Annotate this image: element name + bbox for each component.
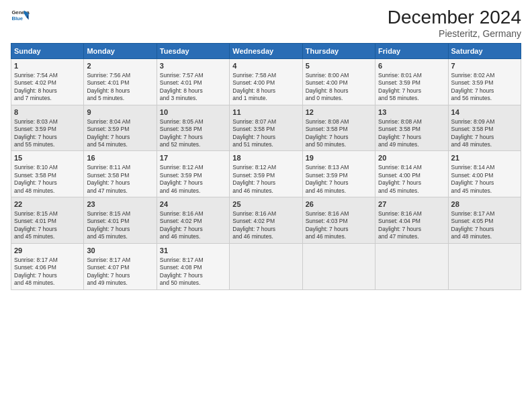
cell-text: Sunrise: 8:03 AM xyxy=(14,118,58,125)
cell-text: Sunset: 4:07 PM xyxy=(87,264,129,271)
calendar-cell xyxy=(230,243,302,289)
cell-text: Daylight: 7 hours xyxy=(160,179,203,186)
calendar-cell: 28Sunrise: 8:17 AMSunset: 4:05 PMDayligh… xyxy=(448,197,521,244)
cell-text: and 51 minutes. xyxy=(232,141,273,148)
cell-text: Sunset: 4:01 PM xyxy=(87,218,129,224)
day-number: 28 xyxy=(451,199,518,210)
cell-text: and 5 minutes. xyxy=(87,95,124,101)
day-number: 6 xyxy=(378,61,445,71)
cell-text: Sunset: 4:01 PM xyxy=(87,79,129,86)
cell-text: Sunrise: 8:14 AM xyxy=(378,164,422,171)
calendar-cell: 3Sunrise: 7:57 AMSunset: 4:01 PMDaylight… xyxy=(157,59,229,105)
cell-text: and 48 minutes. xyxy=(451,141,492,148)
day-number: 31 xyxy=(160,246,226,256)
week-row-5: 29Sunrise: 8:17 AMSunset: 4:06 PMDayligh… xyxy=(11,243,521,289)
calendar-cell: 31Sunrise: 8:17 AMSunset: 4:08 PMDayligh… xyxy=(157,243,229,289)
calendar-cell: 24Sunrise: 8:16 AMSunset: 4:02 PMDayligh… xyxy=(157,197,229,244)
day-number: 13 xyxy=(378,107,445,118)
cell-text: Sunset: 4:02 PM xyxy=(14,79,56,86)
cell-text: Sunrise: 7:57 AM xyxy=(160,72,204,79)
day-number: 9 xyxy=(87,107,153,118)
day-number: 11 xyxy=(232,107,299,118)
day-number: 3 xyxy=(160,61,226,71)
calendar-cell xyxy=(448,243,521,289)
week-row-3: 15Sunrise: 8:10 AMSunset: 3:58 PMDayligh… xyxy=(11,151,521,197)
calendar-cell: 17Sunrise: 8:12 AMSunset: 3:59 PMDayligh… xyxy=(157,151,229,197)
day-number: 7 xyxy=(451,61,518,71)
cell-text: Sunset: 3:58 PM xyxy=(232,126,275,132)
cell-text: Sunrise: 8:01 AM xyxy=(378,72,422,79)
cell-text: Sunset: 3:58 PM xyxy=(160,126,202,132)
cell-text: Sunset: 3:58 PM xyxy=(87,172,129,179)
day-number: 22 xyxy=(14,199,81,210)
day-number: 1 xyxy=(14,61,81,71)
cell-text: Daylight: 7 hours xyxy=(87,226,130,232)
cell-text: Sunset: 4:00 PM xyxy=(306,79,348,86)
day-number: 23 xyxy=(87,199,153,210)
cell-text: Daylight: 7 hours xyxy=(378,179,421,186)
day-number: 2 xyxy=(87,61,153,71)
cell-text: and 45 minutes. xyxy=(451,187,492,194)
calendar-cell: 11Sunrise: 8:07 AMSunset: 3:58 PMDayligh… xyxy=(230,105,302,151)
cell-text: and 46 minutes. xyxy=(306,233,346,240)
calendar-cell: 23Sunrise: 8:15 AMSunset: 4:01 PMDayligh… xyxy=(84,197,157,244)
calendar-cell: 6Sunrise: 8:01 AMSunset: 3:59 PMDaylight… xyxy=(375,59,448,105)
cell-text: and 52 minutes. xyxy=(160,141,200,148)
cell-text: Daylight: 7 hours xyxy=(232,134,275,140)
calendar-cell: 20Sunrise: 8:14 AMSunset: 4:00 PMDayligh… xyxy=(375,151,448,197)
cell-text: Sunrise: 8:16 AM xyxy=(232,210,276,217)
subtitle: Piesteritz, Germany xyxy=(388,28,521,39)
cell-text: and 1 minute. xyxy=(232,95,267,101)
calendar-cell: 2Sunrise: 7:56 AMSunset: 4:01 PMDaylight… xyxy=(84,59,157,105)
calendar-cell: 13Sunrise: 8:08 AMSunset: 3:58 PMDayligh… xyxy=(375,105,448,151)
cell-text: Sunset: 4:06 PM xyxy=(14,264,56,271)
cell-text: and 7 minutes. xyxy=(14,95,52,101)
cell-text: Daylight: 7 hours xyxy=(232,226,275,232)
cell-text: and 46 minutes. xyxy=(232,233,273,240)
col-thursday: Thursday xyxy=(302,44,375,59)
cell-text: and 47 minutes. xyxy=(87,187,127,194)
day-number: 16 xyxy=(87,153,153,163)
cell-text: Daylight: 7 hours xyxy=(87,179,130,186)
cell-text: and 46 minutes. xyxy=(232,187,273,194)
cell-text: Daylight: 7 hours xyxy=(160,226,203,232)
calendar-body: 1Sunrise: 7:54 AMSunset: 4:02 PMDaylight… xyxy=(11,59,521,290)
cell-text: Sunrise: 8:00 AM xyxy=(306,72,349,79)
cell-text: Sunrise: 8:17 AM xyxy=(451,210,495,217)
cell-text: Daylight: 7 hours xyxy=(160,134,203,140)
cell-text: Daylight: 8 hours xyxy=(14,87,57,94)
calendar-cell: 12Sunrise: 8:08 AMSunset: 3:58 PMDayligh… xyxy=(302,105,375,151)
cell-text: and 45 minutes. xyxy=(14,233,54,240)
day-number: 26 xyxy=(306,199,372,210)
cell-text: Daylight: 8 hours xyxy=(232,87,275,94)
day-number: 10 xyxy=(160,107,226,118)
day-number: 27 xyxy=(378,199,445,210)
cell-text: Daylight: 7 hours xyxy=(451,179,494,186)
calendar-cell: 5Sunrise: 8:00 AMSunset: 4:00 PMDaylight… xyxy=(302,59,375,105)
cell-text: Daylight: 7 hours xyxy=(451,134,494,140)
calendar-cell: 27Sunrise: 8:16 AMSunset: 4:04 PMDayligh… xyxy=(375,197,448,244)
calendar-cell: 8Sunrise: 8:03 AMSunset: 3:59 PMDaylight… xyxy=(11,105,84,151)
cell-text: and 47 minutes. xyxy=(378,233,418,240)
cell-text: Daylight: 7 hours xyxy=(378,226,421,232)
cell-text: and 50 minutes. xyxy=(306,141,346,148)
cell-text: Sunrise: 8:08 AM xyxy=(306,118,349,125)
day-number: 12 xyxy=(306,107,372,118)
calendar-cell: 10Sunrise: 8:05 AMSunset: 3:58 PMDayligh… xyxy=(157,105,229,151)
cell-text: Sunrise: 7:54 AM xyxy=(14,72,58,79)
calendar-cell: 19Sunrise: 8:13 AMSunset: 3:59 PMDayligh… xyxy=(302,151,375,197)
cell-text: Sunrise: 8:14 AM xyxy=(451,164,495,171)
calendar-cell: 9Sunrise: 8:04 AMSunset: 3:59 PMDaylight… xyxy=(84,105,157,151)
col-tuesday: Tuesday xyxy=(157,44,229,59)
cell-text: and 50 minutes. xyxy=(160,279,200,286)
cell-text: Sunrise: 8:10 AM xyxy=(14,164,58,171)
cell-text: Sunrise: 8:17 AM xyxy=(87,257,130,263)
cell-text: and 58 minutes. xyxy=(378,95,418,101)
cell-text: Sunrise: 8:11 AM xyxy=(87,164,130,171)
cell-text: Sunrise: 8:08 AM xyxy=(378,118,422,125)
page: General Blue December 2024 Piesteritz, G… xyxy=(0,0,532,411)
cell-text: Sunrise: 8:04 AM xyxy=(87,118,130,125)
cell-text: Daylight: 7 hours xyxy=(232,179,275,186)
title-block: December 2024 Piesteritz, Germany xyxy=(388,7,521,39)
day-number: 14 xyxy=(451,107,518,118)
